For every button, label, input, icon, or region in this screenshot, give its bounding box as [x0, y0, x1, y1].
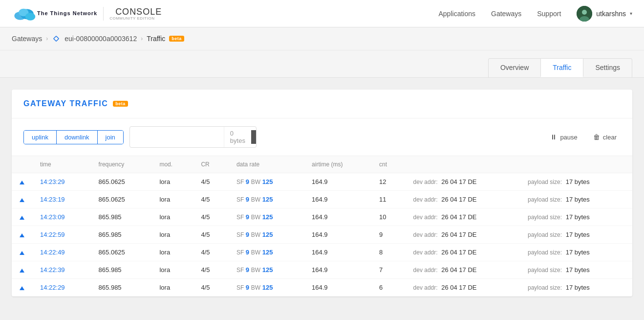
traffic-controls: uplink downlink join 0 bytes × ⏸ pause 🗑… [12, 118, 632, 156]
datarate-cell: SF 9 BW 125 [229, 279, 304, 297]
mod-value: lora [159, 196, 170, 203]
cnt-cell: 8 [371, 244, 406, 261]
sf-label: SF [236, 179, 244, 185]
direction-cell [12, 244, 32, 261]
time-value: 14:23:09 [40, 213, 65, 221]
time-cell: 14:22:29 [32, 279, 91, 297]
nav-applications[interactable]: Applications [439, 10, 476, 18]
traffic-table: time frequency mod. CR data rate airtime… [12, 156, 632, 297]
diamond-icon [52, 34, 61, 43]
direction-cell [12, 173, 32, 191]
datarate-cell: SF 9 BW 125 [229, 226, 304, 244]
section-beta-badge: beta [113, 101, 128, 107]
payload-size-label: payload size: [528, 249, 562, 256]
cnt-value: 6 [379, 284, 383, 291]
search-input[interactable] [130, 131, 224, 144]
payload-size-value: 17 bytes [566, 249, 590, 256]
airtime-cell: 164.9 [304, 244, 371, 261]
datarate-cell: SF 9 BW 125 [229, 244, 304, 261]
mod-cell: lora [151, 173, 193, 191]
uplink-arrow-icon [20, 251, 24, 255]
mod-cell: lora [151, 191, 193, 208]
filter-join-button[interactable]: join [98, 131, 123, 144]
search-clear-button[interactable]: × [251, 130, 257, 144]
col-datarate: data rate [229, 156, 304, 173]
table-row[interactable]: 14:22:49 865.0625 lora 4/5 SF 9 BW 125 1… [12, 244, 632, 261]
nav-gateways[interactable]: Gateways [491, 10, 521, 18]
filter-group: uplink downlink join [23, 130, 124, 144]
frequency-cell: 865.0625 [91, 173, 152, 191]
payload-size-label: payload size: [528, 179, 562, 185]
svg-rect-7 [54, 36, 59, 42]
payload-cell: payload size: 17 bytes [520, 261, 632, 279]
mod-cell: lora [151, 279, 193, 297]
table-row[interactable]: 14:23:19 865.0625 lora 4/5 SF 9 BW 125 1… [12, 191, 632, 208]
breadcrumb-traffic: Traffic [147, 35, 165, 43]
cr-value: 4/5 [201, 284, 210, 291]
cnt-value: 7 [379, 266, 383, 274]
tab-traffic[interactable]: Traffic [540, 58, 583, 77]
filter-downlink-button[interactable]: downlink [57, 131, 98, 144]
cnt-value: 11 [379, 196, 386, 203]
payload-size-value: 17 bytes [566, 213, 590, 221]
header: The Things Network CONSOLE COMMUNITY EDI… [0, 0, 644, 27]
table-row[interactable]: 14:22:59 865.985 lora 4/5 SF 9 BW 125 16… [12, 226, 632, 244]
controls-right: ⏸ pause 🗑 clear [546, 131, 621, 143]
traffic-card: GATEWAY TRAFFIC beta uplink downlink joi… [12, 90, 632, 297]
cr-cell: 4/5 [193, 244, 229, 261]
devaddr-cell: dev addr: 26 04 17 DE [406, 191, 520, 208]
cr-cell: 4/5 [193, 208, 229, 226]
logo-area: The Things Network CONSOLE COMMUNITY EDI… [12, 5, 162, 23]
frequency-value: 865.0625 [99, 249, 125, 256]
dev-addr-value: 26 04 17 DE [441, 178, 476, 185]
payload-size-value: 17 bytes [566, 231, 590, 238]
user-menu[interactable]: utkarshns ▾ [577, 6, 632, 22]
bw-value: 125 [262, 231, 273, 238]
uplink-arrow-icon [20, 286, 24, 290]
dev-addr-label: dev addr: [413, 249, 438, 256]
time-value: 14:23:19 [40, 196, 65, 203]
table-head: time frequency mod. CR data rate airtime… [12, 156, 632, 173]
pause-button[interactable]: ⏸ pause [546, 131, 581, 143]
dev-addr-label: dev addr: [413, 179, 438, 185]
mod-value: lora [159, 284, 170, 291]
sf-value: 9 [246, 231, 251, 238]
payload-cell: payload size: 17 bytes [520, 208, 632, 226]
clear-button[interactable]: 🗑 clear [589, 131, 621, 143]
sf-value: 9 [246, 249, 251, 256]
payload-size-label: payload size: [528, 267, 562, 274]
filter-uplink-button[interactable]: uplink [24, 131, 57, 144]
cr-cell: 4/5 [193, 226, 229, 244]
table-row[interactable]: 14:22:39 865.985 lora 4/5 SF 9 BW 125 16… [12, 261, 632, 279]
console-label: CONSOLE [115, 7, 162, 17]
nav-support[interactable]: Support [537, 10, 561, 18]
mod-cell: lora [151, 261, 193, 279]
sf-label: SF [236, 214, 244, 221]
devaddr-cell: dev addr: 26 04 17 DE [406, 261, 520, 279]
airtime-value: 164.9 [312, 196, 328, 203]
uplink-arrow-icon [20, 216, 24, 220]
col-time: time [32, 156, 91, 173]
airtime-value: 164.9 [312, 284, 328, 291]
table-wrapper[interactable]: time frequency mod. CR data rate airtime… [12, 156, 632, 297]
table-row[interactable]: 14:23:29 865.0625 lora 4/5 SF 9 BW 125 1… [12, 173, 632, 191]
table-row[interactable]: 14:22:29 865.985 lora 4/5 SF 9 BW 125 16… [12, 279, 632, 297]
svg-point-3 [25, 13, 36, 20]
table-row[interactable]: 14:23:09 865.985 lora 4/5 SF 9 BW 125 16… [12, 208, 632, 226]
sf-label: SF [236, 284, 244, 291]
tab-settings[interactable]: Settings [583, 58, 632, 77]
breadcrumb-gateways[interactable]: Gateways [12, 35, 42, 43]
frequency-value: 865.0625 [99, 196, 125, 203]
avatar [577, 6, 592, 22]
payload-size-value: 17 bytes [566, 178, 590, 185]
uplink-arrow-icon [20, 233, 24, 237]
bw-value: 125 [262, 178, 273, 185]
clear-label: clear [603, 134, 617, 141]
payload-size-label: payload size: [528, 284, 562, 291]
devaddr-cell: dev addr: 26 04 17 DE [406, 208, 520, 226]
datarate-cell: SF 9 BW 125 [229, 261, 304, 279]
tab-overview[interactable]: Overview [488, 58, 541, 77]
uplink-arrow-icon [20, 181, 24, 184]
dev-addr-label: dev addr: [413, 284, 438, 291]
section-header: GATEWAY TRAFFIC beta [12, 90, 632, 118]
